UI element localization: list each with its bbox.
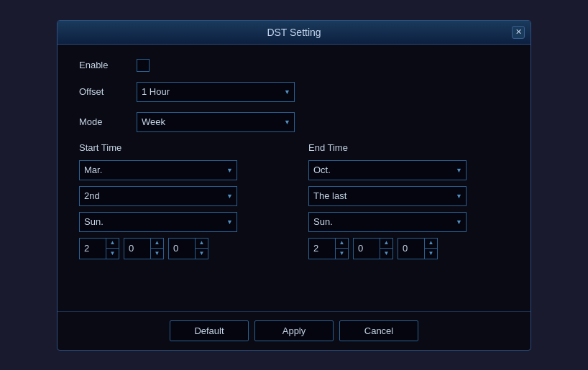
enable-label: Enable [79,60,137,70]
default-button[interactable]: Default [170,320,249,341]
offset-select[interactable]: 1 Hour 2 Hour [137,82,295,102]
mode-select-wrapper: Week Day [137,112,295,132]
end-hour-spinner: ▲ ▼ [308,238,349,259]
end-week-select[interactable]: 1st2nd3rd 4thThe last [308,186,467,206]
end-sec-up[interactable]: ▲ [425,239,437,249]
end-time-title: End Time [308,142,509,153]
time-columns: Start Time Jan.Feb.Mar. Apr.May.Jun. Jul… [79,142,509,259]
mode-select[interactable]: Week Day [137,112,295,132]
cancel-button[interactable]: Cancel [339,320,418,341]
end-sec-down[interactable]: ▼ [425,249,437,259]
mode-label: Mode [79,116,137,127]
end-min-arrows: ▲ ▼ [380,239,392,259]
enable-row: Enable [79,59,509,72]
end-min-up[interactable]: ▲ [380,239,392,249]
start-month-wrapper: Jan.Feb.Mar. Apr.May.Jun. Jul.Aug.Sep. O… [79,160,237,180]
start-hour-down[interactable]: ▼ [106,249,119,259]
end-time-spinners: ▲ ▼ ▲ ▼ ▲ [308,238,509,259]
start-time-col: Start Time Jan.Feb.Mar. Apr.May.Jun. Jul… [79,142,280,259]
start-sec-spinner: ▲ ▼ [168,238,208,259]
start-hour-up[interactable]: ▲ [106,239,119,249]
start-hour-arrows: ▲ ▼ [106,239,119,259]
end-hour-down[interactable]: ▼ [336,249,348,259]
start-sec-down[interactable]: ▼ [196,249,208,259]
start-min-up[interactable]: ▲ [151,239,163,249]
start-hour-spinner: ▲ ▼ [79,238,119,259]
end-sec-arrows: ▲ ▼ [424,239,437,259]
offset-row: Offset 1 Hour 2 Hour [79,82,509,102]
start-time-title: Start Time [79,142,280,153]
end-min-spinner: ▲ ▼ [353,238,393,259]
dst-setting-dialog: DST Setting ✕ Enable Offset 1 Hour 2 Hou… [57,20,531,351]
start-min-arrows: ▲ ▼ [150,239,163,259]
start-min-down[interactable]: ▼ [151,249,163,259]
dialog-content: Enable Offset 1 Hour 2 Hour Mode Week Da… [58,45,530,274]
start-week-wrapper: 1st2nd3rd 4thThe last [79,186,237,206]
offset-label: Offset [79,86,137,97]
start-month-select[interactable]: Jan.Feb.Mar. Apr.May.Jun. Jul.Aug.Sep. O… [79,160,237,180]
offset-select-wrapper: 1 Hour 2 Hour [137,82,295,102]
end-week-wrapper: 1st2nd3rd 4thThe last [308,186,467,206]
apply-button[interactable]: Apply [254,320,334,341]
start-min-spinner: ▲ ▼ [124,238,164,259]
end-hour-arrows: ▲ ▼ [335,239,348,259]
start-week-select[interactable]: 1st2nd3rd 4thThe last [79,186,237,206]
dialog-title: DST Setting [267,27,321,38]
end-min-down[interactable]: ▼ [380,249,392,259]
start-sec-up[interactable]: ▲ [196,239,208,249]
start-sec-arrows: ▲ ▼ [195,239,208,259]
start-day-select[interactable]: Sun.Mon.Tue. Wed.Thu.Fri.Sat. [79,212,237,232]
close-button[interactable]: ✕ [512,26,525,39]
enable-checkbox[interactable] [137,59,150,72]
end-month-wrapper: Jan.Feb.Mar. Apr.May.Jun. Jul.Aug.Sep. O… [308,160,467,180]
end-hour-up[interactable]: ▲ [336,239,348,249]
end-day-select[interactable]: Sun.Mon.Tue. Wed.Thu.Fri.Sat. [308,212,467,232]
end-day-wrapper: Sun.Mon.Tue. Wed.Thu.Fri.Sat. [308,212,467,232]
title-bar: DST Setting ✕ [58,21,530,45]
start-time-spinners: ▲ ▼ ▲ ▼ ▲ [79,238,280,259]
end-month-select[interactable]: Jan.Feb.Mar. Apr.May.Jun. Jul.Aug.Sep. O… [308,160,467,180]
start-day-wrapper: Sun.Mon.Tue. Wed.Thu.Fri.Sat. [79,212,237,232]
dialog-footer: Default Apply Cancel [58,311,530,350]
mode-row: Mode Week Day [79,112,509,132]
end-sec-spinner: ▲ ▼ [398,238,438,259]
end-time-col: End Time Jan.Feb.Mar. Apr.May.Jun. Jul.A… [308,142,509,259]
